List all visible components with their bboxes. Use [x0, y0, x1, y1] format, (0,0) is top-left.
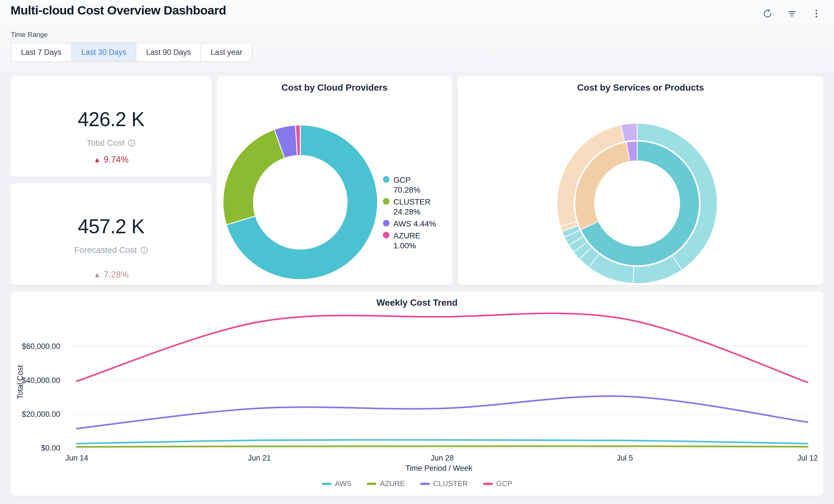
- legend-swatch: [483, 483, 493, 485]
- legend-item-azure[interactable]: AZURE 1.00%: [383, 231, 437, 250]
- y-tick-label: $40,000.00: [22, 376, 60, 385]
- legend-dot: [383, 198, 390, 204]
- providers-legend: GCP 70.28%CLUSTER 24.28%AWS 4.44%AZURE 1…: [383, 175, 437, 253]
- y-tick-label: $20,000.00: [22, 410, 60, 418]
- trend-legend-item-azure[interactable]: AZURE: [367, 479, 405, 488]
- kpi-label-text: Total Cost: [87, 138, 125, 148]
- time-range-group: Last 7 DaysLast 30 DaysLast 90 DaysLast …: [11, 43, 253, 62]
- dashboard-page: Multi-cloud Cost Overview Dashboard Time…: [0, 0, 834, 504]
- trend-legend-item-gcp[interactable]: GCP: [483, 479, 512, 488]
- x-tick-label: Jun 28: [431, 454, 454, 462]
- x-tick-label: Jun 21: [248, 454, 271, 462]
- legend-swatch: [367, 483, 376, 485]
- total-cost-value: 426.2 K: [78, 108, 144, 131]
- y-tick-label: $60,000.00: [22, 342, 60, 351]
- trend-line-chart: $0.00$20,000.00$40,000.00$60,000.00Jun 1…: [10, 291, 824, 496]
- time-range-last-30-days[interactable]: Last 30 Days: [71, 43, 136, 61]
- info-icon[interactable]: [140, 246, 148, 254]
- delta-value: 9.74%: [104, 155, 129, 165]
- kpi-label-text: Forecasted Cost: [74, 245, 137, 255]
- trend-line-aws[interactable]: [77, 440, 808, 443]
- forecasted-cost-card: 457.2 K Forecasted Cost ▲ 7.28%: [10, 183, 212, 285]
- legend-label: CLUSTER 24.28%: [393, 197, 437, 217]
- legend-dot: [383, 232, 390, 238]
- delta-value: 7.28%: [104, 270, 129, 280]
- cost-by-providers-card: Cost by Cloud Providers GCP 70.28%CLUSTE…: [217, 76, 452, 285]
- trend-legend: AWSAZURECLUSTERGCP: [10, 479, 824, 488]
- total-cost-card: 426.2 K Total Cost ▲ 9.74%: [10, 76, 212, 177]
- legend-label: CLUSTER: [433, 479, 467, 488]
- total-cost-label: Total Cost: [87, 138, 135, 148]
- delta-up-icon: ▲: [93, 155, 101, 164]
- x-tick-label: Jul 5: [617, 454, 633, 462]
- services-sunburst-chart: [458, 76, 824, 285]
- legend-label: AWS: [335, 479, 351, 488]
- legend-label: GCP: [496, 479, 512, 488]
- forecasted-cost-value: 457.2 K: [78, 215, 144, 238]
- filter-button[interactable]: [786, 7, 798, 20]
- x-tick-label: Jul 12: [797, 454, 818, 462]
- legend-swatch: [322, 483, 331, 485]
- trend-line-cluster[interactable]: [77, 396, 808, 429]
- header-actions: [761, 7, 822, 20]
- time-range-last-7-days[interactable]: Last 7 Days: [12, 43, 71, 61]
- legend-item-cluster[interactable]: CLUSTER 24.28%: [383, 197, 437, 217]
- legend-item-gcp[interactable]: GCP 70.28%: [383, 175, 437, 195]
- legend-label: AZURE: [380, 479, 405, 488]
- trend-line-gcp[interactable]: [77, 313, 808, 382]
- info-icon[interactable]: [128, 139, 135, 147]
- trend-legend-item-cluster[interactable]: CLUSTER: [420, 479, 467, 488]
- x-tick-label: Jun 14: [65, 454, 88, 462]
- legend-dot: [383, 176, 390, 183]
- legend-label: AZURE 1.00%: [393, 231, 437, 250]
- page-title: Multi-cloud Cost Overview Dashboard: [10, 3, 226, 17]
- legend-item-aws[interactable]: AWS 4.44%: [383, 219, 437, 229]
- y-axis-title: Total Cost: [16, 365, 24, 399]
- cost-by-services-card: Cost by Services or Products: [458, 76, 824, 285]
- delta-up-icon: ▲: [93, 270, 101, 279]
- donut-slice-cluster[interactable]: [223, 130, 285, 225]
- legend-label: GCP 70.28%: [393, 175, 437, 195]
- forecasted-cost-delta: ▲ 7.28%: [93, 270, 129, 280]
- more-button[interactable]: [810, 7, 822, 20]
- time-range-last-90-days[interactable]: Last 90 Days: [136, 43, 201, 61]
- legend-dot: [383, 220, 390, 226]
- weekly-cost-trend-card: Weekly Cost Trend $0.00$20,000.00$40,000…: [10, 291, 824, 496]
- y-tick-label: $0.00: [41, 444, 60, 452]
- filter-icon: [787, 8, 797, 19]
- time-range-label: Time Range: [11, 31, 48, 39]
- refresh-icon: [762, 8, 773, 19]
- kebab-menu-icon: [811, 8, 822, 19]
- total-cost-delta: ▲ 9.74%: [93, 155, 129, 165]
- x-axis-title: Time Period / Week: [405, 464, 473, 473]
- time-range-last-year[interactable]: Last year: [201, 43, 252, 61]
- forecasted-cost-label: Forecasted Cost: [74, 245, 148, 255]
- trend-line-azure[interactable]: [77, 446, 808, 447]
- legend-swatch: [420, 483, 430, 485]
- trend-legend-item-aws[interactable]: AWS: [322, 479, 351, 488]
- refresh-button[interactable]: [761, 7, 774, 20]
- legend-label: AWS 4.44%: [393, 219, 436, 229]
